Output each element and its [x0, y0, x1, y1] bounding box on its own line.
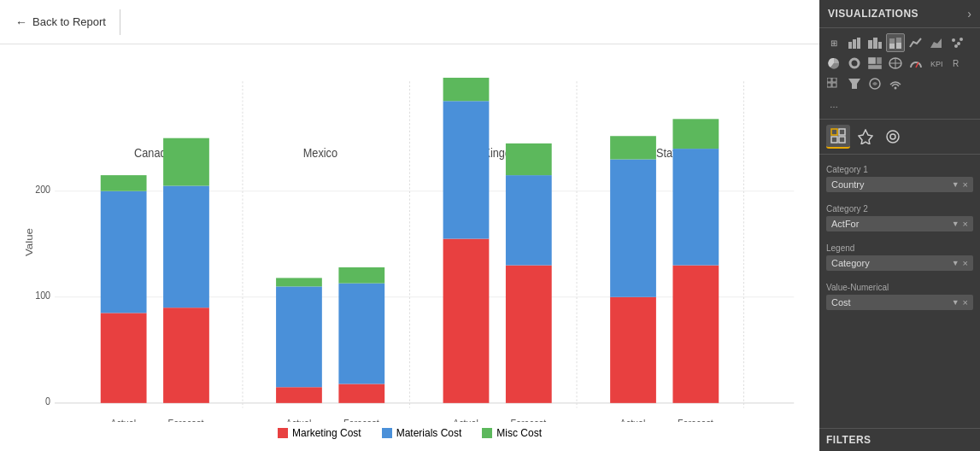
bar-segment [338, 384, 384, 402]
viz-icon-column[interactable] [866, 33, 884, 52]
viz-icon-matrix[interactable] [824, 74, 843, 93]
country-pill-remove[interactable]: × [963, 179, 968, 190]
svg-rect-34 [896, 43, 901, 49]
category-pill-chevron[interactable]: ▼ [952, 259, 959, 267]
svg-text:Mexico: Mexico [303, 146, 337, 160]
bar-segment [672, 266, 719, 403]
bar-segment [610, 297, 656, 403]
svg-point-36 [952, 38, 955, 42]
viz-icon-more[interactable]: … [824, 95, 843, 114]
viz-tabs [819, 120, 980, 155]
value-section: Value-Numerical Cost ▼ × [819, 276, 980, 315]
svg-rect-59 [831, 137, 837, 143]
actfor-pill-remove[interactable]: × [963, 219, 968, 229]
svg-rect-57 [831, 129, 837, 135]
viz-icon-r[interactable]: R [948, 54, 966, 73]
svg-point-63 [890, 134, 895, 139]
viz-expand-chevron[interactable]: › [967, 7, 971, 20]
fields-tab[interactable] [826, 125, 850, 149]
bar-segment [101, 175, 147, 191]
legend-field-label: Legend [826, 243, 973, 253]
svg-marker-61 [859, 130, 872, 144]
bar-segment [443, 101, 490, 238]
legend-misc-label: Misc Cost [496, 427, 542, 439]
viz-icon-bar[interactable] [845, 33, 864, 52]
svg-rect-24 [482, 428, 492, 438]
cost-pill[interactable]: Cost ▼ × [826, 295, 973, 310]
legend-section: Legend Category ▼ × [819, 237, 980, 276]
back-to-report-button[interactable]: ← Back to Report [9, 12, 113, 32]
viz-icon-kpi[interactable]: KPI [927, 54, 946, 73]
back-label: Back to Report [32, 15, 106, 28]
svg-rect-30 [878, 42, 882, 49]
legend-misc-cost: Misc Cost [482, 427, 542, 439]
viz-icon-stacked-bar[interactable] [886, 33, 905, 52]
bar-segment [163, 138, 209, 186]
format-tab[interactable] [854, 125, 877, 149]
svg-text:KPI: KPI [930, 60, 943, 68]
chart-legend: Marketing Cost Materials Cost Misc Cost [17, 422, 802, 442]
actfor-pill-text: ActFor [831, 219, 859, 229]
bar-segment [506, 266, 552, 403]
viz-icon-scatter[interactable] [948, 33, 966, 52]
svg-rect-22 [278, 428, 288, 438]
svg-marker-35 [930, 38, 942, 48]
cost-pill-chevron[interactable]: ▼ [952, 298, 959, 307]
legend-materials-label: Materials Cost [396, 427, 462, 439]
svg-rect-52 [827, 83, 831, 87]
viz-icon-pie[interactable] [824, 54, 843, 73]
svg-rect-42 [877, 57, 882, 64]
svg-point-40 [850, 59, 859, 67]
viz-icon-table[interactable]: ⊞ [824, 33, 843, 52]
bar-segment [338, 284, 384, 384]
cost-pill-text: Cost [831, 297, 851, 308]
divider [120, 9, 120, 35]
svg-rect-43 [868, 65, 882, 69]
bar-segment [276, 286, 322, 387]
svg-rect-41 [868, 57, 876, 64]
svg-point-62 [887, 131, 899, 143]
actfor-pill[interactable]: ActFor ▼ × [826, 216, 973, 231]
bar-segment [443, 239, 490, 403]
bar-segment [443, 78, 490, 101]
bar-segment [276, 278, 322, 286]
viz-icon-donut[interactable] [845, 54, 864, 73]
category-pill-remove[interactable]: × [963, 258, 968, 268]
analytics-tab[interactable] [881, 125, 905, 149]
bar-segment [506, 175, 552, 265]
svg-rect-32 [889, 44, 895, 49]
country-pill[interactable]: Country ▼ × [826, 177, 973, 192]
viz-icon-funnel[interactable] [845, 74, 864, 93]
viz-icon-treemap[interactable] [866, 54, 884, 73]
bar-segment [163, 308, 209, 403]
bar-segment [672, 119, 719, 149]
viz-icon-area[interactable] [927, 33, 946, 52]
svg-rect-25 [848, 42, 852, 49]
svg-point-39 [959, 38, 963, 41]
back-arrow-icon: ← [15, 15, 27, 29]
svg-text:R: R [953, 59, 959, 68]
viz-icon-globe[interactable] [866, 74, 884, 93]
country-pill-chevron[interactable]: ▼ [952, 180, 959, 189]
legend-marketing-cost: Marketing Cost [278, 427, 361, 439]
viz-icon-map[interactable] [886, 54, 905, 73]
viz-icon-line[interactable] [907, 33, 925, 52]
filters-title: FILTERS [826, 434, 871, 446]
cost-pill-remove[interactable]: × [963, 297, 968, 308]
svg-text:100: 100 [35, 290, 50, 301]
viz-icon-gauge[interactable] [907, 54, 925, 73]
actfor-pill-chevron[interactable]: ▼ [952, 220, 959, 228]
category-pill[interactable]: Category ▼ × [826, 255, 973, 271]
svg-text:200: 200 [35, 184, 50, 195]
svg-text:0: 0 [45, 395, 50, 407]
category2-section: Category 2 ActFor ▼ × [819, 197, 980, 237]
svg-point-38 [954, 44, 958, 48]
visualizations-header: VISUALIZATIONS › [819, 0, 980, 28]
viz-icon-wifi[interactable] [886, 74, 905, 93]
bar-segment [101, 191, 147, 313]
svg-rect-58 [839, 129, 845, 135]
svg-rect-23 [382, 428, 392, 438]
svg-rect-51 [832, 78, 836, 82]
bar-segment [338, 267, 384, 284]
y-axis-label: Value [23, 228, 34, 256]
